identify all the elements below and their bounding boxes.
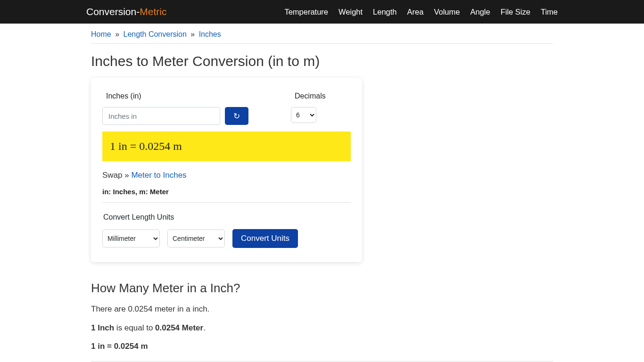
- article-text-mid: is equal to: [114, 323, 155, 332]
- conversion-card: Inches (in) ↻ Decimals 6 1 in = 0.0254 m…: [91, 78, 362, 262]
- breadcrumb: Home » Length Conversion » Inches: [91, 24, 553, 44]
- to-unit-select[interactable]: Centimeter: [167, 230, 225, 247]
- nav-angle[interactable]: Angle: [470, 8, 490, 16]
- article-bold-2: 0.0254 Meter: [155, 323, 203, 332]
- breadcrumb-sep: »: [190, 30, 195, 38]
- article-line-1: There are 0.0254 meter in a inch.: [91, 303, 553, 315]
- refresh-icon: ↻: [233, 111, 240, 121]
- conversion-result: 1 in = 0.0254 m: [102, 132, 351, 161]
- convert-units-button[interactable]: Convert Units: [232, 229, 298, 248]
- site-header: Conversion-Metric Temperature Weight Len…: [0, 0, 644, 24]
- article-heading: How Many Meter in a Inch?: [91, 281, 553, 296]
- swap-prefix: Swap »: [102, 171, 131, 180]
- nav-temperature[interactable]: Temperature: [284, 8, 328, 16]
- breadcrumb-home[interactable]: Home: [91, 30, 111, 38]
- logo-text-1: Conversion-: [86, 6, 140, 17]
- breadcrumb-sep: »: [115, 30, 119, 38]
- unit-legend: in: Inches, m: Meter: [102, 188, 351, 203]
- article-line-3: 1 in = 0.0254 m: [91, 340, 553, 353]
- decimals-label: Decimals: [291, 92, 326, 100]
- page-title: Inches to Meter Conversion (in to m): [91, 53, 553, 69]
- from-unit-select[interactable]: Millimeter: [102, 230, 160, 247]
- nav-time[interactable]: Time: [541, 8, 558, 16]
- main-nav: Temperature Weight Length Area Volume An…: [284, 8, 558, 16]
- input-label: Inches (in): [102, 92, 248, 100]
- article-text-end: .: [203, 323, 206, 332]
- nav-length[interactable]: Length: [373, 8, 396, 16]
- refresh-button[interactable]: ↻: [225, 107, 248, 125]
- article-line-2: 1 Inch is equal to 0.0254 Meter.: [91, 322, 553, 334]
- nav-filesize[interactable]: File Size: [501, 8, 530, 16]
- swap-link[interactable]: Meter to Inches: [131, 171, 186, 180]
- convert-units-label: Convert Length Units: [102, 213, 351, 222]
- nav-volume[interactable]: Volume: [434, 8, 460, 16]
- swap-row: Swap » Meter to Inches: [102, 171, 351, 180]
- breadcrumb-inches[interactable]: Inches: [199, 30, 221, 38]
- nav-weight[interactable]: Weight: [339, 8, 363, 16]
- article-body: How Many Meter in a Inch? There are 0.02…: [91, 281, 553, 362]
- inches-input[interactable]: [102, 107, 220, 125]
- site-logo[interactable]: Conversion-Metric: [86, 6, 166, 17]
- decimals-select[interactable]: 6: [291, 107, 316, 123]
- breadcrumb-length-conversion[interactable]: Length Conversion: [124, 30, 187, 38]
- logo-text-2: Metric: [140, 6, 166, 17]
- nav-area[interactable]: Area: [407, 8, 424, 16]
- article-bold-1: 1 Inch: [91, 323, 114, 332]
- section-divider: [91, 361, 553, 362]
- article-bold-3: 1 in = 0.0254 m: [91, 342, 148, 351]
